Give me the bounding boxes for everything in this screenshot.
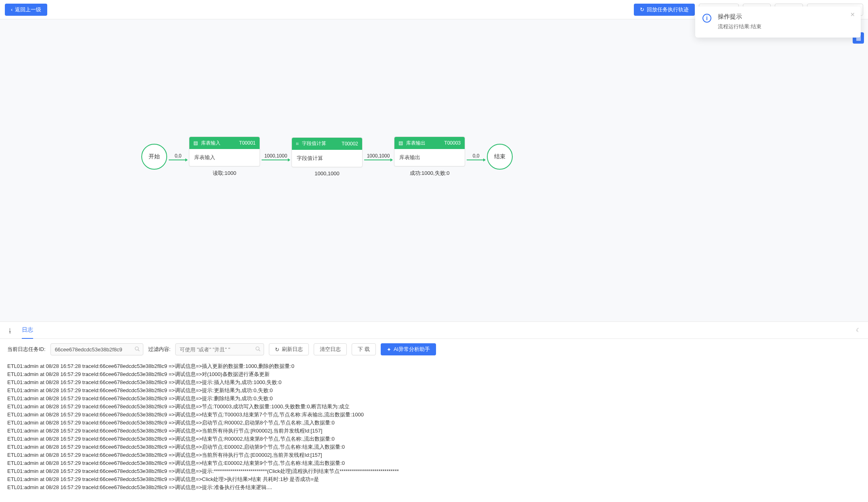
close-icon[interactable]: ✕ <box>850 11 855 18</box>
start-node[interactable]: 开始 <box>141 144 167 170</box>
chevron-left-icon: ‹ <box>11 6 13 13</box>
back-button[interactable]: ‹ 返回上一级 <box>5 4 47 16</box>
log-line: ETL01:admin at 08/28 16:57:29 traceId:66… <box>7 475 861 483</box>
info-icon: i <box>702 14 711 23</box>
log-line: ETL01:admin at 08/28 16:57:29 traceId:66… <box>7 386 861 395</box>
edge-count: 1000,1000 <box>367 153 390 159</box>
flow-edge: 1000,1000 <box>364 153 392 160</box>
refresh-icon: ↻ <box>640 6 644 13</box>
back-button-label: 返回上一级 <box>15 6 41 13</box>
log-line: ETL01:admin at 08/28 16:57:29 traceId:66… <box>7 370 861 378</box>
toast-title: 操作提示 <box>718 13 853 21</box>
log-line: ETL01:admin at 08/28 16:57:29 traceId:66… <box>7 435 861 443</box>
ai-assist-label: AI异常分析助手 <box>394 346 430 353</box>
task-type-label: 库表输入 <box>201 140 220 147</box>
task-node-t00001[interactable]: ▤ 库表输入 T00001 库表输入 <box>189 137 260 166</box>
download-log-label: 下 载 <box>358 346 370 353</box>
tab-log-label: 日志 <box>22 326 33 334</box>
replay-button-label: 回放任务执行轨迹 <box>647 6 689 13</box>
table-input-icon: ▤ <box>193 140 198 146</box>
task-title: 库表输入 <box>189 149 260 166</box>
flow-diagram: 开始 0,0 ▤ 库表输入 T00001 库表输入 读取:1000 <box>141 137 513 177</box>
log-panel: ⭳ 日志 ☾ 当前日志任务ID: 过滤内容: <box>0 321 868 502</box>
flow-edge: 0,0 <box>169 153 187 160</box>
tab-log[interactable]: 日志 <box>22 322 33 339</box>
task-id: T00001 <box>239 140 256 146</box>
flow-edge: 0,0 <box>467 153 485 160</box>
log-line: ETL01:admin at 08/28 16:57:29 traceId:66… <box>7 443 861 451</box>
filter-input[interactable] <box>175 343 264 355</box>
log-output[interactable]: ETL01:admin at 08/28 16:57:28 traceId:66… <box>0 360 868 502</box>
task-type-label: 字段值计算 <box>302 140 326 147</box>
task-id-label: 当前日志任务ID: <box>7 346 46 353</box>
download-icon: ⭳ <box>7 327 13 334</box>
log-line: ETL01:admin at 08/28 16:57:28 traceId:66… <box>7 362 861 370</box>
edge-count: 1000,1000 <box>264 153 287 159</box>
task-stat: 读取:1000 <box>189 170 260 177</box>
task-node-t00003[interactable]: ▤ 库表输出 T00003 库表输出 <box>394 137 465 166</box>
table-output-icon: ▤ <box>398 140 403 146</box>
log-tabs: ⭳ 日志 ☾ <box>0 322 868 339</box>
log-line: ETL01:admin at 08/28 16:57:29 traceId:66… <box>7 467 861 475</box>
calculator-icon: ⌗ <box>296 141 299 147</box>
task-type-label: 库表输出 <box>406 140 426 147</box>
theme-toggle[interactable]: ☾ <box>856 327 861 333</box>
replay-button[interactable]: ↻ 回放任务执行轨迹 <box>634 4 695 16</box>
log-line: ETL01:admin at 08/28 16:57:29 traceId:66… <box>7 411 861 419</box>
refresh-log-button[interactable]: ↻ 刷新日志 <box>269 343 309 355</box>
refresh-icon: ↻ <box>275 347 279 353</box>
clear-log-label: 清空日志 <box>320 346 341 353</box>
flow-edge: 1000,1000 <box>262 153 290 160</box>
sparkle-icon: ✦ <box>387 347 391 353</box>
task-id: T00002 <box>342 141 358 147</box>
filter-label: 过滤内容: <box>148 346 171 353</box>
task-id: T00003 <box>444 140 461 146</box>
flow-canvas[interactable]: ▦ 开始 0,0 ▤ 库表输入 T00001 库表输入 <box>0 19 868 321</box>
end-node[interactable]: 结束 <box>487 144 513 170</box>
log-line: ETL01:admin at 08/28 16:57:29 traceId:66… <box>7 395 861 403</box>
end-node-label: 结束 <box>494 153 505 160</box>
log-line: ETL01:admin at 08/28 16:57:29 traceId:66… <box>7 419 861 427</box>
log-line: ETL01:admin at 08/28 16:57:29 traceId:66… <box>7 483 861 491</box>
log-line: ETL01:admin at 08/28 16:57:29 traceId:66… <box>7 451 861 459</box>
download-log-button[interactable]: 下 载 <box>352 343 376 355</box>
task-stat: 1000,1000 <box>291 170 363 176</box>
edge-count: 0,0 <box>175 153 182 159</box>
toast-notification: i ✕ 操作提示 流程运行结果:结束 <box>695 6 861 38</box>
task-id-input[interactable] <box>50 343 143 355</box>
task-stat: 成功:1000,失败:0 <box>394 170 465 177</box>
toast-message: 流程运行结果:结束 <box>718 23 853 30</box>
moon-icon: ☾ <box>856 327 861 333</box>
tab-collapse[interactable]: ⭳ <box>7 322 13 339</box>
task-title: 库表输出 <box>394 149 465 166</box>
ai-assist-button[interactable]: ✦ AI异常分析助手 <box>381 343 436 355</box>
log-toolbar: 当前日志任务ID: 过滤内容: ↻ 刷新日志 清空日志 <box>0 339 868 360</box>
log-line: ETL01:admin at 08/28 16:57:29 traceId:66… <box>7 427 861 435</box>
log-line: ETL01:admin at 08/28 16:57:29 traceId:66… <box>7 403 861 411</box>
edge-count: 0,0 <box>473 153 480 159</box>
task-title: 字段值计算 <box>292 150 362 167</box>
log-line: ETL01:admin at 08/28 16:57:29 traceId:66… <box>7 378 861 386</box>
start-node-label: 开始 <box>149 153 160 160</box>
task-node-t00002[interactable]: ⌗ 字段值计算 T00002 字段值计算 <box>291 137 363 167</box>
clear-log-button[interactable]: 清空日志 <box>314 343 347 355</box>
refresh-log-label: 刷新日志 <box>282 346 303 353</box>
log-line: ETL01:admin at 08/28 16:57:29 traceId:66… <box>7 459 861 467</box>
